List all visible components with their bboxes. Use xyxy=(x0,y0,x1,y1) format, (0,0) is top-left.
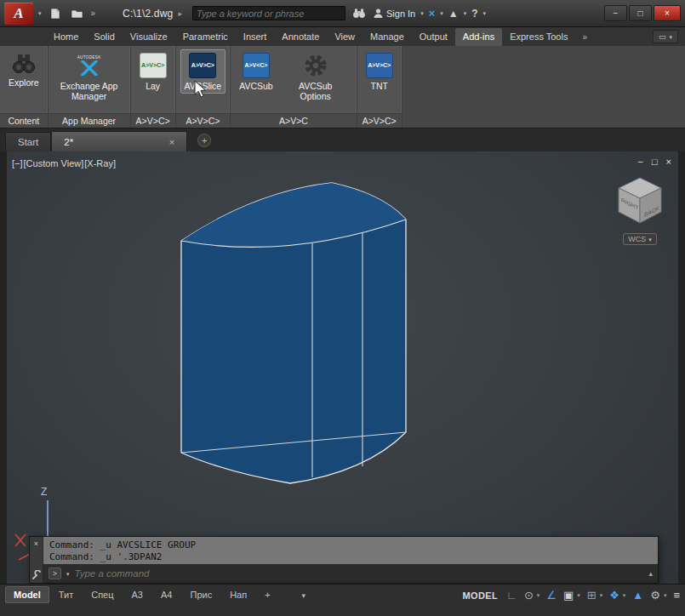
ribbon-tab-add-ins[interactable]: Add-ins xyxy=(455,28,502,46)
object-snap-3d-icon[interactable]: ⊞ xyxy=(587,590,597,601)
ribbon-tab-output[interactable]: Output xyxy=(412,28,455,46)
new-file-icon[interactable] xyxy=(47,5,64,22)
ribbon-tab-parametric[interactable]: Parametric xyxy=(175,28,236,46)
exchange-apps-icon[interactable]: × xyxy=(429,7,436,20)
command-close-icon[interactable]: × xyxy=(34,539,38,548)
annotation-monitor-icon[interactable]: ▲ xyxy=(632,590,643,601)
layout-overflow-chevron-icon[interactable]: ▾ xyxy=(302,586,306,600)
object-snap-caret-icon[interactable]: ▾ xyxy=(577,592,580,599)
ribbon-tab-manage[interactable]: Manage xyxy=(362,28,412,46)
communication-caret-icon[interactable]: ▾ xyxy=(464,10,467,16)
model-space-toggle[interactable]: MODEL xyxy=(462,590,498,601)
command-window[interactable]: × Command: _u AVCSLICE GROUP Command: _u… xyxy=(29,536,659,584)
search-input[interactable] xyxy=(197,9,341,19)
tnt-button[interactable]: A>V>C> TNT xyxy=(362,49,397,94)
panel-label-avc-slice[interactable]: A>V>C> xyxy=(176,113,231,128)
quick-access-overflow-icon[interactable]: » xyxy=(91,9,96,18)
layout-tab-tit[interactable]: Тит xyxy=(50,586,82,603)
drawing-close-icon[interactable]: × xyxy=(666,157,671,167)
sign-in-caret-icon[interactable]: ▾ xyxy=(420,10,424,16)
command-input[interactable] xyxy=(75,568,644,579)
help-icon[interactable]: ? xyxy=(471,9,477,19)
3d-solid[interactable] xyxy=(7,151,678,584)
autocad-logo-button[interactable]: A xyxy=(4,3,33,25)
command-scroll-up-icon[interactable]: ▴ xyxy=(648,569,653,578)
layout-tab-a4[interactable]: А4 xyxy=(152,586,180,603)
help-caret-icon[interactable]: ▾ xyxy=(483,10,487,16)
customization-menu-icon[interactable]: ≡ xyxy=(673,590,680,601)
file-tab-drawing[interactable]: 2* × xyxy=(51,131,187,151)
ribbon-tab-insert[interactable]: Insert xyxy=(236,28,275,46)
command-input-row: > ▾ ▴ xyxy=(43,564,658,583)
communication-center-icon[interactable]: ▲ xyxy=(448,9,459,19)
viewcube-cube[interactable]: RIGHT BACK xyxy=(613,175,667,226)
layout-tab-a3[interactable]: А3 xyxy=(123,586,151,603)
search-binoculars-icon[interactable] xyxy=(351,5,368,22)
panel-label-avc-sub[interactable]: A>V>C xyxy=(231,113,357,128)
close-button[interactable]: × xyxy=(654,5,681,21)
status-toggles: MODEL ∟ ⊙ ▾ ∠ ▣ ▾ ⊞ ▾ ❖ ▾ ▲ ⚙ ▾ ≡ xyxy=(462,586,680,601)
file-tab-start-label: Start xyxy=(18,137,38,147)
new-drawing-tab-button[interactable]: + xyxy=(197,134,211,147)
panel-content: Explore Content xyxy=(0,46,49,128)
ribbon-tab-visualize[interactable]: Visualize xyxy=(123,28,175,46)
ribbon-tab-view[interactable]: View xyxy=(327,28,362,46)
object-snap-icon[interactable]: ▣ xyxy=(563,590,574,601)
panel-label-app-manager[interactable]: App Manager xyxy=(49,113,130,128)
exchange-caret-icon[interactable]: ▾ xyxy=(440,10,443,16)
ribbon-tab-overflow-icon[interactable]: » xyxy=(582,32,587,42)
polar-tracking-caret-icon[interactable]: ▾ xyxy=(537,592,540,599)
minimize-button[interactable]: − xyxy=(604,5,627,21)
avcsub-options-button[interactable]: AVCSub Options xyxy=(279,49,352,104)
sign-in-button[interactable]: Sign In xyxy=(373,8,415,19)
exchange-app-manager-button[interactable]: AUTODESK Exchange App Manager xyxy=(53,49,126,104)
file-tab-start[interactable]: Start xyxy=(5,132,51,151)
object-snap-3d-caret-icon[interactable]: ▾ xyxy=(600,592,603,599)
command-prompt-icon[interactable]: > xyxy=(49,568,61,579)
viewport-minimize-control[interactable]: [−] xyxy=(12,158,23,168)
isometric-drafting-icon[interactable]: ∠ xyxy=(546,590,557,601)
lay-button[interactable]: A>V>C> Lay xyxy=(135,49,171,94)
explore-button[interactable]: Explore xyxy=(4,49,43,90)
title-flyout-icon[interactable]: ▸ xyxy=(178,9,182,18)
ribbon-tab-solid[interactable]: Solid xyxy=(86,28,122,46)
workspace-caret-icon[interactable]: ▾ xyxy=(623,592,626,599)
command-prompt-caret-icon[interactable]: ▾ xyxy=(66,571,70,577)
viewport-view-control[interactable]: [Custom View] xyxy=(24,158,84,168)
layout-tab-nap[interactable]: Нап xyxy=(221,586,255,603)
open-file-icon[interactable] xyxy=(69,5,86,22)
panel-label-avc-lay[interactable]: A>V>C> xyxy=(131,113,175,128)
wcs-selector[interactable]: WCS ▾ xyxy=(623,233,657,245)
polar-tracking-icon[interactable]: ⊙ xyxy=(524,590,534,601)
panel-label-content[interactable]: Content xyxy=(0,113,48,128)
ribbon-tab-annotate[interactable]: Annotate xyxy=(274,28,327,46)
avcslice-button[interactable]: A>V>C> AVCSlice xyxy=(180,49,226,94)
search-input-box[interactable] xyxy=(192,6,345,20)
maximize-button[interactable]: □ xyxy=(629,5,652,21)
viewcube[interactable]: RIGHT BACK WCS ▾ xyxy=(612,175,668,245)
avcsub-button[interactable]: A>V<C> AVCSub xyxy=(235,49,277,94)
drawing-window-controls: − □ × xyxy=(637,157,671,167)
ortho-mode-icon[interactable]: ∟ xyxy=(506,590,517,601)
settings-gear-icon[interactable]: ⚙ xyxy=(650,590,660,601)
drawing-restore-icon[interactable]: □ xyxy=(652,157,658,167)
ribbon-display-toggle[interactable]: ▭ ▾ xyxy=(653,30,678,43)
workspace-switching-icon[interactable]: ❖ xyxy=(609,590,619,601)
new-layout-button[interactable]: + xyxy=(256,586,278,603)
command-grip[interactable]: × xyxy=(30,537,43,583)
app-menu-caret-icon[interactable]: ▾ xyxy=(38,10,42,16)
settings-caret-icon[interactable]: ▾ xyxy=(664,592,667,599)
file-tab-close-icon[interactable]: × xyxy=(169,137,174,147)
layout-tab-pris[interactable]: Прис xyxy=(181,586,220,603)
layout-tab-spec[interactable]: Спец xyxy=(83,586,122,603)
command-customize-wrench-icon[interactable] xyxy=(31,570,42,580)
drawing-minimize-icon[interactable]: − xyxy=(637,157,642,167)
layout-tab-model[interactable]: Model xyxy=(5,586,49,603)
ribbon-tab-express-tools[interactable]: Express Tools xyxy=(502,28,575,46)
viewport-controls: [−] [Custom View] [X-Ray] xyxy=(12,158,116,168)
drawing-canvas[interactable]: [−] [Custom View] [X-Ray] − □ × RIGHT BA… xyxy=(7,151,678,584)
panel-label-avc-tnt[interactable]: A>V>C> xyxy=(357,113,402,128)
workspace: [−] [Custom View] [X-Ray] − □ × RIGHT BA… xyxy=(0,151,685,584)
ribbon-tab-home[interactable]: Home xyxy=(46,28,86,46)
viewport-visual-style-control[interactable]: [X-Ray] xyxy=(84,158,116,168)
